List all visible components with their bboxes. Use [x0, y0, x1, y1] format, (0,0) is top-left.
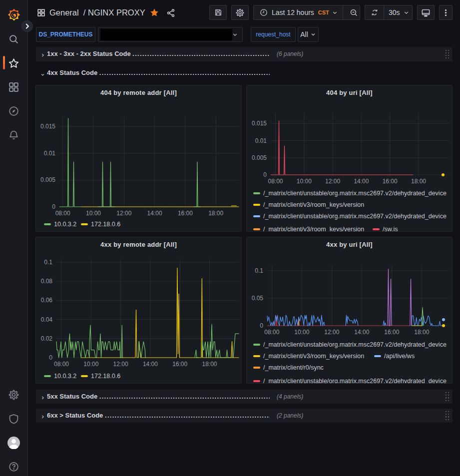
svg-text:0.1: 0.1: [44, 259, 52, 266]
svg-text:0.005: 0.005: [252, 154, 267, 161]
svg-text:0.015: 0.015: [40, 123, 55, 130]
svg-text:0.005: 0.005: [40, 176, 55, 183]
svg-text:0.015: 0.015: [252, 120, 267, 127]
svg-text:10:00: 10:00: [294, 329, 309, 336]
svg-text:0.05: 0.05: [252, 295, 264, 302]
svg-text:14:00: 14:00: [354, 178, 369, 185]
svg-text:14:00: 14:00: [147, 210, 162, 217]
svg-text:12:00: 12:00: [324, 329, 339, 336]
svg-text:14:00: 14:00: [354, 329, 369, 336]
svg-text:18:00: 18:00: [414, 329, 429, 336]
svg-text:0.01: 0.01: [44, 150, 56, 157]
svg-text:08:00: 08:00: [268, 178, 283, 185]
svg-text:18:00: 18:00: [411, 178, 426, 185]
svg-text:0.01: 0.01: [255, 137, 267, 144]
svg-text:10:00: 10:00: [86, 210, 101, 217]
svg-text:14:00: 14:00: [143, 361, 158, 368]
svg-text:0.08: 0.08: [41, 278, 53, 285]
svg-text:08:00: 08:00: [55, 210, 70, 217]
svg-text:08:00: 08:00: [54, 361, 69, 368]
svg-text:16:00: 16:00: [383, 178, 398, 185]
svg-text:18:00: 18:00: [208, 210, 223, 217]
svg-text:10:00: 10:00: [83, 361, 98, 368]
svg-text:0.1: 0.1: [255, 267, 263, 274]
svg-text:0: 0: [263, 171, 267, 178]
svg-text:0.06: 0.06: [41, 297, 53, 304]
svg-text:16:00: 16:00: [172, 361, 187, 368]
svg-text:16:00: 16:00: [178, 210, 193, 217]
svg-text:18:00: 18:00: [202, 361, 217, 368]
svg-text:0: 0: [49, 354, 52, 361]
svg-text:0: 0: [260, 322, 263, 329]
svg-text:12:00: 12:00: [325, 178, 340, 185]
svg-text:0.02: 0.02: [41, 335, 53, 342]
svg-text:08:00: 08:00: [264, 329, 279, 336]
svg-text:0: 0: [52, 203, 55, 210]
svg-text:10:00: 10:00: [297, 178, 312, 185]
svg-text:12:00: 12:00: [113, 361, 128, 368]
svg-text:0.04: 0.04: [41, 316, 53, 323]
svg-text:16:00: 16:00: [384, 329, 399, 336]
svg-text:12:00: 12:00: [116, 210, 131, 217]
